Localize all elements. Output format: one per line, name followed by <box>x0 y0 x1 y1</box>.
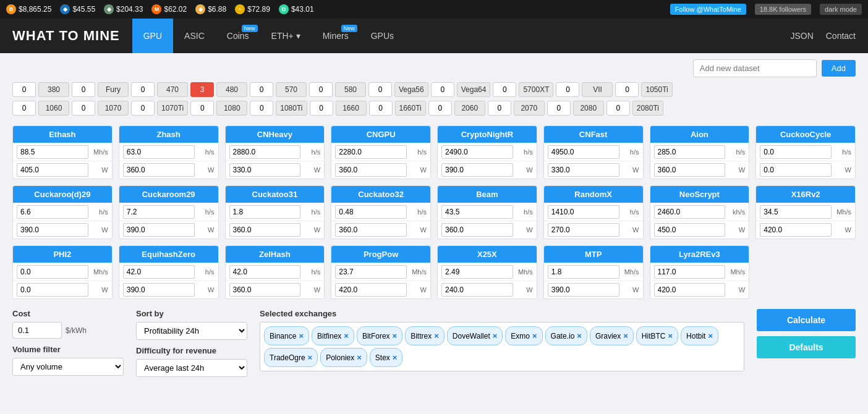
gpu-count-1660ti[interactable] <box>369 101 393 116</box>
algo-power-input-cuckoo[interactable] <box>760 163 832 177</box>
algo-header-cuckatoo31[interactable]: Cuckatoo31 <box>226 186 325 203</box>
exchange-remove-stex[interactable]: × <box>393 353 398 362</box>
algo-power-input-mtp[interactable] <box>548 283 619 297</box>
gpu-count-480[interactable] <box>190 82 214 97</box>
nav-item-gpus[interactable]: GPUs <box>360 19 405 53</box>
gpu-count-2060[interactable] <box>428 101 452 116</box>
algo-header-neoscrypt[interactable]: NeoScrypt <box>650 186 749 203</box>
gpu-count-5700xt[interactable] <box>493 82 516 97</box>
algo-power-input-equihashzero[interactable] <box>123 283 195 297</box>
algo-hashrate-input-zhash[interactable] <box>123 145 195 159</box>
gpu-count-580[interactable] <box>309 82 333 97</box>
algo-hashrate-input-phi2[interactable] <box>17 265 88 279</box>
dataset-input[interactable] <box>693 59 817 77</box>
algo-power-input-cryptonightr[interactable] <box>441 163 513 177</box>
algo-header-cryptonightr[interactable]: CryptoNightR <box>438 126 537 143</box>
algo-header-phi2[interactable]: PHI2 <box>13 246 112 263</box>
algo-power-input-x25x[interactable] <box>441 283 513 297</box>
algo-header-randomx[interactable]: RandomX <box>544 186 643 203</box>
algo-power-input-lyra2rev3[interactable] <box>654 283 726 297</box>
gpu-count-470[interactable] <box>131 82 155 97</box>
nav-contact[interactable]: Contact <box>826 31 856 41</box>
defaults-button[interactable]: Defaults <box>757 336 856 358</box>
algo-power-input-beam[interactable] <box>441 223 513 237</box>
gpu-count-vii[interactable] <box>556 82 579 97</box>
gpu-count-570[interactable] <box>250 82 273 97</box>
gpu-count-vega64[interactable] <box>431 82 454 97</box>
algo-hashrate-input-cnheavy[interactable] <box>229 145 301 159</box>
algo-header-cuckarood29[interactable]: Cuckaroo(d)29 <box>13 186 112 203</box>
algo-power-input-phi2[interactable] <box>17 283 88 297</box>
algo-power-input-cuckatoo31[interactable] <box>229 223 301 237</box>
algo-header-equihashzero[interactable]: EquihashZero <box>119 246 218 263</box>
sort-select[interactable]: Profitability 24h <box>136 322 247 340</box>
algo-power-input-randomx[interactable] <box>548 223 619 237</box>
difficulty-select[interactable]: Average last 24h <box>136 359 247 377</box>
algo-header-cuckaroom29[interactable]: Cuckaroom29 <box>119 186 218 203</box>
exchange-remove-binance[interactable]: × <box>299 331 304 340</box>
exchange-remove-gate.io[interactable]: × <box>577 331 582 340</box>
algo-hashrate-input-equihashzero[interactable] <box>123 265 195 279</box>
algo-header-zhash[interactable]: Zhash <box>119 126 218 143</box>
algo-hashrate-input-cuckoo[interactable] <box>760 145 832 159</box>
nav-json[interactable]: JSON <box>790 31 813 41</box>
algo-header-aion[interactable]: Aion <box>650 126 749 143</box>
algo-hashrate-input-neoscrypt[interactable] <box>654 205 726 219</box>
algo-hashrate-input-cnfast[interactable] <box>548 145 619 159</box>
gpu-count-vega56[interactable] <box>368 82 392 97</box>
algo-header-cnfast[interactable]: CNFast <box>544 126 643 143</box>
exchange-remove-hotbit[interactable]: × <box>708 331 713 340</box>
algo-power-input-cnheavy[interactable] <box>229 163 301 177</box>
algo-hashrate-input-cuckatoo31[interactable] <box>229 205 301 219</box>
gpu-count-2080ti[interactable] <box>606 101 630 116</box>
algo-hashrate-input-cuckaroom29[interactable] <box>123 205 195 219</box>
calculate-button[interactable]: Calculate <box>757 309 856 331</box>
nav-item-asic[interactable]: ASIC <box>173 19 216 53</box>
follow-button[interactable]: Follow @WhatToMine <box>670 4 746 15</box>
cost-input[interactable] <box>12 322 62 339</box>
dark-mode-button[interactable]: dark mode <box>820 4 862 15</box>
exchange-remove-dovewallet[interactable]: × <box>493 331 498 340</box>
gpu-count-380[interactable] <box>12 82 36 97</box>
algo-power-input-zelhash[interactable] <box>229 283 301 297</box>
add-dataset-button[interactable]: Add <box>822 60 856 77</box>
gpu-count-fury[interactable] <box>72 82 95 97</box>
algo-header-x16rv2[interactable]: X16Rv2 <box>756 186 855 203</box>
algo-header-beam[interactable]: Beam <box>438 186 537 203</box>
gpu-count-1660[interactable] <box>310 101 333 116</box>
algo-hashrate-input-mtp[interactable] <box>548 265 619 279</box>
gpu-count-1070[interactable] <box>72 101 95 116</box>
algo-power-input-x16rv2[interactable] <box>760 223 832 237</box>
nav-item-miners[interactable]: Miners New <box>312 19 360 53</box>
exchange-remove-exmo[interactable]: × <box>532 331 537 340</box>
gpu-count-1050ti[interactable] <box>615 82 639 97</box>
gpu-count-1080ti[interactable] <box>250 101 273 116</box>
algo-header-zelhash[interactable]: ZelHash <box>226 246 325 263</box>
algo-header-progpow[interactable]: ProgPow <box>331 246 430 263</box>
algo-hashrate-input-x25x[interactable] <box>441 265 513 279</box>
exchange-remove-bitfinex[interactable]: × <box>344 331 349 340</box>
algo-header-ethash[interactable]: Ethash <box>13 126 112 143</box>
algo-header-x25x[interactable]: X25X <box>438 246 537 263</box>
nav-item-coins[interactable]: Coins New <box>216 19 260 53</box>
algo-hashrate-input-zelhash[interactable] <box>229 265 301 279</box>
algo-power-input-cnfast[interactable] <box>548 163 619 177</box>
exchange-remove-tradeogre[interactable]: × <box>308 353 313 362</box>
algo-header-cuckatoo32[interactable]: Cuckatoo32 <box>331 186 430 203</box>
algo-power-input-progpow[interactable] <box>335 283 407 297</box>
algo-hashrate-input-beam[interactable] <box>441 205 513 219</box>
algo-hashrate-input-progpow[interactable] <box>335 265 407 279</box>
gpu-count-1060[interactable] <box>12 101 36 116</box>
algo-power-input-neoscrypt[interactable] <box>654 223 726 237</box>
algo-hashrate-input-ethash[interactable] <box>17 145 88 159</box>
algo-hashrate-input-cryptonightr[interactable] <box>441 145 513 159</box>
algo-header-cuckoo[interactable]: CuckooCycle <box>756 126 855 143</box>
algo-power-input-cngpu[interactable] <box>335 163 407 177</box>
algo-hashrate-input-cngpu[interactable] <box>335 145 407 159</box>
gpu-count-2070[interactable] <box>488 101 511 116</box>
algo-hashrate-input-lyra2rev3[interactable] <box>654 265 726 279</box>
algo-header-cngpu[interactable]: CNGPU <box>331 126 430 143</box>
algo-power-input-cuckatoo32[interactable] <box>335 223 407 237</box>
algo-header-lyra2rev3[interactable]: Lyra2REv3 <box>650 246 749 263</box>
algo-hashrate-input-aion[interactable] <box>654 145 726 159</box>
